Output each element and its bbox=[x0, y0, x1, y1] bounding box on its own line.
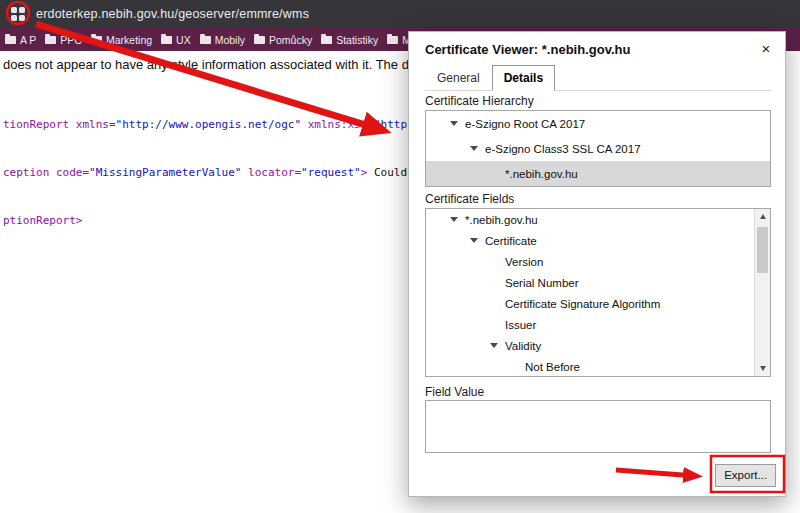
bookmark-item[interactable]: Marketing bbox=[91, 34, 152, 46]
tree-row-label: e-Szigno Root CA 2017 bbox=[465, 118, 585, 130]
expand-icon[interactable] bbox=[470, 238, 478, 243]
bookmark-item[interactable]: PPC bbox=[45, 34, 82, 46]
xml-attr-name: xmlns:xsi= bbox=[301, 118, 374, 131]
expand-icon[interactable] bbox=[490, 343, 498, 348]
xml-tag: ception code= bbox=[3, 166, 89, 179]
tree-row[interactable]: Validity bbox=[426, 335, 755, 356]
bookmark-label: PPC bbox=[60, 34, 82, 46]
folder-icon bbox=[45, 36, 56, 44]
tree-row-label: Serial Number bbox=[505, 277, 579, 289]
tree-row[interactable]: e-Szigno Class3 SSL CA 2017 bbox=[426, 136, 770, 161]
folder-icon bbox=[254, 36, 265, 44]
expand-icon[interactable] bbox=[450, 121, 458, 126]
bookmark-label: Pomůcky bbox=[269, 34, 312, 46]
expand-icon[interactable] bbox=[470, 146, 478, 151]
tree-row[interactable]: Issuer bbox=[426, 314, 755, 335]
identity-dot bbox=[19, 15, 25, 21]
identity-dot bbox=[11, 15, 17, 21]
tree-row-label: *.nebih.gov.hu bbox=[505, 168, 578, 180]
dialog-title: Certificate Viewer: *.nebih.gov.hu bbox=[425, 42, 630, 57]
tree-row[interactable]: Serial Number bbox=[426, 272, 755, 293]
tree-row-label: Not Before bbox=[525, 361, 580, 373]
scrollbar-thumb[interactable] bbox=[757, 227, 768, 273]
certificate-hierarchy-label: Certificate Hierarchy bbox=[425, 94, 534, 108]
folder-icon bbox=[5, 36, 16, 44]
bookmark-label: Marketing bbox=[106, 34, 152, 46]
tree-row[interactable]: Not Before bbox=[426, 356, 755, 377]
tree-row-selected[interactable]: *.nebih.gov.hu bbox=[426, 161, 770, 186]
close-icon[interactable]: × bbox=[755, 38, 777, 60]
certificate-fields-label: Certificate Fields bbox=[425, 192, 514, 206]
address-bar[interactable]: erdoterkep.nebih.gov.hu/geoserver/emmre/… bbox=[36, 0, 309, 28]
folder-icon bbox=[161, 36, 172, 44]
bookmark-label: UX bbox=[176, 34, 191, 46]
xml-attr-name: locator= bbox=[241, 166, 301, 179]
site-identity-icon[interactable] bbox=[9, 5, 27, 23]
bookmark-item[interactable]: Statistiky bbox=[321, 34, 378, 46]
tree-row-label: Certificate Signature Algorithm bbox=[505, 298, 660, 310]
bookmark-label: Statistiky bbox=[336, 34, 378, 46]
scroll-down-button[interactable] bbox=[755, 361, 770, 376]
bookmark-label: Mobily bbox=[215, 34, 245, 46]
tree-row[interactable]: e-Szigno Root CA 2017 bbox=[426, 111, 770, 136]
certificate-viewer-dialog: Certificate Viewer: *.nebih.gov.hu × Gen… bbox=[408, 31, 786, 497]
bookmark-label: A P bbox=[20, 34, 36, 46]
bookmark-item[interactable]: UX bbox=[161, 34, 191, 46]
xml-attr-value: "request" bbox=[301, 166, 361, 179]
tree-row[interactable]: Version bbox=[426, 251, 755, 272]
scroll-up-button[interactable] bbox=[755, 209, 770, 224]
tree-row-label: *.nebih.gov.hu bbox=[465, 214, 538, 226]
expand-icon[interactable] bbox=[450, 217, 458, 222]
tab-details[interactable]: Details bbox=[492, 65, 555, 91]
identity-dot bbox=[19, 7, 25, 13]
tree-row-label: Validity bbox=[505, 340, 541, 352]
browser-toolbar: erdoterkep.nebih.gov.hu/geoserver/emmre/… bbox=[0, 0, 800, 28]
tree-row-label: e-Szigno Class3 SSL CA 2017 bbox=[485, 143, 641, 155]
tab-bar: General Details bbox=[425, 65, 771, 91]
field-value-box[interactable] bbox=[425, 400, 771, 453]
folder-icon bbox=[387, 36, 398, 44]
xml-tag: tionReport xmlns= bbox=[3, 118, 116, 131]
field-value-label: Field Value bbox=[425, 385, 484, 399]
certificate-fields-tree: *.nebih.gov.hu Certificate Version Seria… bbox=[425, 208, 771, 377]
export-button[interactable]: Export... bbox=[715, 464, 776, 487]
scroll-down-icon bbox=[760, 366, 766, 371]
identity-dot bbox=[11, 7, 17, 13]
folder-icon bbox=[91, 36, 102, 44]
xml-attr-value: "http://www.opengis.net/ogc" bbox=[116, 118, 301, 131]
tree-row-label: Certificate bbox=[485, 235, 537, 247]
folder-icon bbox=[200, 36, 211, 44]
tree-row-label: Issuer bbox=[505, 319, 536, 331]
tab-general[interactable]: General bbox=[425, 65, 492, 90]
xml-attr-value: "MissingParameterValue" bbox=[89, 166, 241, 179]
bookmark-item[interactable]: Mobily bbox=[200, 34, 245, 46]
bookmark-item[interactable]: Pomůcky bbox=[254, 34, 312, 46]
vertical-scrollbar[interactable] bbox=[754, 209, 770, 376]
bookmark-item[interactable]: A P bbox=[5, 34, 36, 46]
xml-closing-tag: ptionReport> bbox=[3, 214, 82, 227]
tree-row-label: Version bbox=[505, 256, 543, 268]
tree-row[interactable]: Certificate Signature Algorithm bbox=[426, 293, 755, 314]
scroll-up-icon bbox=[760, 214, 766, 219]
tree-row[interactable]: Certificate bbox=[426, 230, 755, 251]
tree-row[interactable]: *.nebih.gov.hu bbox=[426, 209, 755, 230]
folder-icon bbox=[321, 36, 332, 44]
certificate-hierarchy-tree: e-Szigno Root CA 2017 e-Szigno Class3 SS… bbox=[425, 110, 771, 187]
